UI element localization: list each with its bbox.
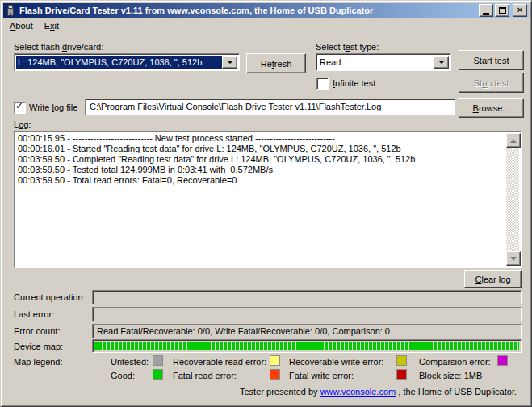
legend-recoverable-read-swatch bbox=[270, 355, 280, 366]
legend-fatal-write-swatch bbox=[396, 369, 407, 380]
legend-good-label: Good: bbox=[111, 371, 135, 380]
drive-combobox-dropdown-button[interactable] bbox=[222, 56, 237, 69]
stop-test-button[interactable]: Stop test bbox=[459, 73, 524, 93]
refresh-button[interactable]: Refresh bbox=[246, 53, 306, 73]
legend-fatal-write-label: Fatal write error: bbox=[289, 371, 354, 380]
legend-fatal-read-swatch bbox=[270, 369, 280, 380]
current-operation-field bbox=[92, 290, 522, 304]
title-bar[interactable]: Flash Drive/Card Tester v1.11 from www.v… bbox=[3, 3, 529, 18]
minimize-button[interactable] bbox=[479, 4, 493, 17]
legend-recoverable-write-label: Recoverable write error: bbox=[289, 357, 383, 367]
legend-comparsion-label: Comparsion error: bbox=[419, 357, 491, 367]
test-type-label: Select test type: bbox=[316, 42, 379, 52]
legend-recoverable-read-label: Recoverable read error: bbox=[173, 357, 266, 367]
close-button[interactable]: ✕ bbox=[513, 4, 527, 17]
footer-prefix: Tester presented by bbox=[240, 387, 320, 397]
write-log-checkbox[interactable]: ✓ bbox=[14, 102, 26, 114]
infinite-test-label[interactable]: Infinite test bbox=[333, 78, 375, 88]
start-test-button[interactable]: Start test bbox=[459, 50, 524, 70]
legend-block-size-label: Block size: 1MB bbox=[419, 371, 482, 380]
log-path-input[interactable]: C:\Program Files\Virtual Console\Flash D… bbox=[85, 99, 455, 115]
chevron-down-icon bbox=[227, 61, 233, 67]
last-error-label: Last error: bbox=[14, 309, 54, 319]
arrow-down-icon bbox=[510, 257, 517, 264]
log-lines: 00:00:15.95 - --------------------------… bbox=[15, 133, 505, 267]
test-type-combobox-value: Read bbox=[318, 56, 435, 69]
footer-credit: Tester presented by www.vconsole.com , t… bbox=[240, 387, 517, 397]
drive-select-label: Select flash drive/card: bbox=[14, 42, 103, 52]
menu-exit[interactable]: Exit bbox=[39, 19, 65, 33]
close-icon: ✕ bbox=[517, 6, 523, 15]
current-operation-label: Current operation: bbox=[14, 292, 86, 302]
footer-suffix: , the Home of USB Duplicator. bbox=[396, 387, 517, 397]
test-type-dropdown-button[interactable] bbox=[434, 56, 449, 69]
log-label: Log: bbox=[14, 120, 31, 129]
browse-button[interactable]: Browse... bbox=[459, 98, 524, 118]
legend-good-swatch bbox=[153, 369, 163, 380]
log-path-value: C:\Program Files\Virtual Console\Flash D… bbox=[86, 99, 455, 111]
device-map-field bbox=[92, 339, 522, 353]
last-error-value bbox=[93, 308, 521, 309]
scroll-up-button[interactable] bbox=[506, 133, 521, 148]
log-scrollbar[interactable] bbox=[506, 133, 519, 266]
write-log-label[interactable]: Write log file bbox=[29, 103, 77, 112]
window-title: Flash Drive/Card Tester v1.11 from www.v… bbox=[19, 6, 477, 15]
vconsole-link[interactable]: www.vconsole.com bbox=[320, 387, 396, 397]
menu-about[interactable]: About bbox=[4, 19, 39, 33]
log-line: 00:03:59.50 - Completed "Reading test da… bbox=[15, 154, 505, 165]
usb-drive-icon bbox=[5, 5, 16, 16]
legend-recoverable-write-swatch bbox=[396, 355, 407, 366]
device-map-blocks bbox=[94, 342, 519, 350]
log-line: 00:00:15.95 - --------------------------… bbox=[15, 133, 505, 144]
scroll-down-button[interactable] bbox=[506, 251, 521, 266]
app-window: Flash Drive/Card Tester v1.11 from www.v… bbox=[0, 0, 532, 407]
arrow-up-icon bbox=[510, 136, 517, 143]
drive-combobox[interactable]: L: 124MB, "OLYMPUS, C720UZ, 1036, ", 512… bbox=[14, 53, 240, 71]
minimize-icon bbox=[483, 13, 489, 15]
device-map-label: Device map: bbox=[14, 342, 63, 351]
menu-bar: About Exit bbox=[4, 19, 65, 33]
error-count-value: Read Fatal/Recoverable: 0/0, Write Fatal… bbox=[93, 325, 521, 336]
log-line: 00:03:59.50 - Tested total 124.999MB in … bbox=[15, 165, 505, 175]
legend-fatal-read-label: Fatal read error: bbox=[173, 371, 237, 380]
chevron-down-icon bbox=[438, 61, 445, 67]
legend-comparsion-swatch bbox=[497, 355, 508, 366]
current-operation-value bbox=[93, 291, 521, 292]
maximize-button[interactable] bbox=[495, 4, 509, 17]
map-legend-label: Map legend: bbox=[14, 357, 63, 367]
log-output[interactable]: 00:00:15.95 - --------------------------… bbox=[14, 131, 522, 268]
error-count-field: Read Fatal/Recoverable: 0/0, Write Fatal… bbox=[92, 324, 522, 338]
log-line: 00:03:59.50 - Total read errors: Fatal=0… bbox=[15, 175, 505, 186]
maximize-icon bbox=[499, 7, 506, 14]
legend-untested-label: Untested: bbox=[111, 357, 149, 367]
error-count-label: Error count: bbox=[14, 326, 60, 336]
last-error-field bbox=[92, 307, 522, 321]
clear-log-button[interactable]: Clear log bbox=[464, 270, 522, 288]
drive-combobox-value: L: 124MB, "OLYMPUS, C720UZ, 1036, ", 512… bbox=[16, 56, 224, 69]
log-line: 00:00:16.01 - Started "Reading test data… bbox=[15, 144, 505, 154]
checkmark-icon: ✓ bbox=[15, 101, 23, 111]
infinite-test-checkbox[interactable] bbox=[316, 78, 329, 90]
legend-untested-swatch bbox=[153, 355, 163, 366]
test-type-combobox[interactable]: Read bbox=[316, 53, 451, 71]
